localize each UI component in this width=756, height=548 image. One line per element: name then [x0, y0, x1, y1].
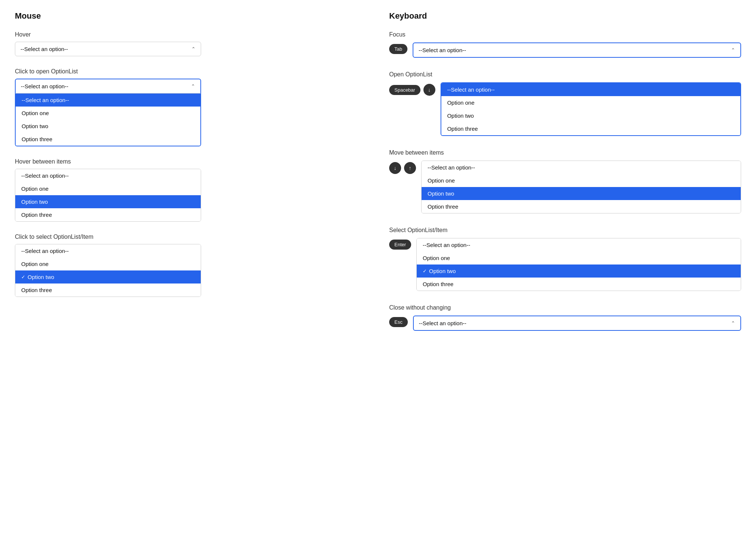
click-open-select[interactable]: --Select an option-- ⌃ — [15, 79, 201, 93]
close-without-select[interactable]: --Select an option-- ⌃ — [413, 316, 741, 331]
hover-select-text: --Select an option-- — [20, 46, 68, 52]
click-open-option-list: --Select an option-- Option one Option t… — [15, 93, 201, 146]
option-item[interactable]: Option three — [441, 122, 740, 135]
chevron-icon: ⌃ — [191, 83, 195, 89]
option-item[interactable]: Option one — [417, 251, 741, 265]
option-item-hovered[interactable]: Option two — [422, 187, 741, 200]
click-open-label: Click to open OptionList — [15, 68, 367, 75]
focus-content: --Select an option-- ⌃ — [413, 42, 741, 58]
option-item[interactable]: Option two — [441, 109, 740, 122]
hover-between-label: Hover between items — [15, 158, 367, 165]
check-icon: ✓ — [423, 268, 427, 274]
arrow-down-key: ↓ — [389, 162, 401, 174]
option-item-selected[interactable]: ✓ Option two — [15, 270, 201, 283]
keyboard-section: Keyboard Focus Tab --Select an option-- … — [389, 11, 741, 344]
close-without-select-text: --Select an option-- — [419, 320, 467, 326]
option-item[interactable]: Option one — [16, 107, 200, 120]
click-open-select-text: --Select an option-- — [21, 83, 69, 89]
move-between-row: ↓ ↑ --Select an option-- Option one Opti… — [389, 161, 741, 213]
select-item-keys: Enter — [389, 238, 411, 250]
option-item[interactable]: --Select an option-- — [417, 238, 741, 251]
option-item[interactable]: Option three — [422, 200, 741, 213]
option-item[interactable]: Option one — [422, 174, 741, 187]
focus-select[interactable]: --Select an option-- ⌃ — [413, 42, 741, 58]
check-icon: ✓ — [21, 274, 25, 280]
chevron-icon: ⌃ — [731, 320, 735, 326]
option-item[interactable]: Option two — [15, 195, 201, 208]
move-between-label: Move between items — [389, 149, 741, 156]
option-text: Option two — [429, 268, 456, 274]
close-without-block: Close without changing Esc --Select an o… — [389, 304, 741, 331]
select-item-list: --Select an option-- Option one ✓ Option… — [416, 238, 741, 291]
esc-key: Esc — [389, 317, 408, 327]
option-item[interactable]: --Select an option-- — [422, 161, 741, 174]
focus-keys: Tab — [389, 42, 407, 54]
hover-block: Hover --Select an option-- ⌃ — [15, 31, 367, 56]
option-item[interactable]: --Select an option-- — [16, 94, 200, 107]
open-option-list-block: Open OptionList Spacebar ↓ --Select an o… — [389, 71, 741, 136]
hover-select[interactable]: --Select an option-- ⌃ — [15, 42, 201, 56]
chevron-icon: ⌃ — [731, 47, 735, 53]
keyboard-title: Keyboard — [389, 11, 741, 21]
select-item-content: --Select an option-- Option one ✓ Option… — [416, 238, 741, 291]
arrow-up-key: ↑ — [404, 162, 416, 174]
click-select-label: Click to select OptionList/Item — [15, 234, 367, 240]
option-item[interactable]: --Select an option-- — [441, 83, 740, 96]
move-keys: ↓ ↑ — [389, 161, 416, 174]
enter-key: Enter — [389, 240, 411, 250]
option-item[interactable]: Option three — [16, 133, 200, 146]
close-without-content: --Select an option-- ⌃ — [413, 316, 741, 331]
click-open-block: Click to open OptionList --Select an opt… — [15, 68, 367, 146]
focus-block: Focus Tab --Select an option-- ⌃ — [389, 31, 741, 58]
move-between-block: Move between items ↓ ↑ --Select an optio… — [389, 149, 741, 213]
click-select-list: --Select an option-- Option one ✓ Option… — [15, 244, 201, 297]
hover-between-block: Hover between items --Select an option--… — [15, 158, 367, 222]
open-option-list-label: Open OptionList — [389, 71, 741, 78]
option-item[interactable]: Option three — [15, 208, 201, 221]
chevron-icon: ⌃ — [191, 46, 196, 52]
close-without-label: Close without changing — [389, 304, 741, 311]
hover-label: Hover — [15, 31, 367, 38]
option-item[interactable]: Option two — [16, 120, 200, 133]
option-text: Option two — [28, 274, 54, 280]
option-item[interactable]: Option one — [441, 96, 740, 109]
close-without-row: Esc --Select an option-- ⌃ — [389, 316, 741, 331]
option-item[interactable]: Option three — [417, 278, 741, 291]
option-item[interactable]: --Select an option-- — [15, 169, 201, 182]
move-between-content: --Select an option-- Option one Option t… — [421, 161, 741, 213]
focus-row: Tab --Select an option-- ⌃ — [389, 42, 741, 58]
select-item-label: Select OptionList/Item — [389, 227, 741, 234]
open-option-list-content: --Select an option-- Option one Option t… — [441, 82, 741, 136]
click-open-wrapper: --Select an option-- ⌃ --Select an optio… — [15, 79, 201, 146]
open-keys: Spacebar ↓ — [389, 82, 435, 96]
move-between-list: --Select an option-- Option one Option t… — [421, 161, 741, 213]
focus-select-text: --Select an option-- — [419, 47, 466, 53]
arrow-down-key: ↓ — [423, 84, 435, 96]
mouse-title: Mouse — [15, 11, 367, 21]
option-item[interactable]: --Select an option-- — [15, 244, 201, 257]
spacebar-key: Spacebar — [389, 85, 420, 95]
hover-between-list: --Select an option-- Option one Option t… — [15, 169, 201, 222]
open-option-list-row: Spacebar ↓ --Select an option-- Option o… — [389, 82, 741, 136]
tab-key: Tab — [389, 44, 407, 54]
click-select-block: Click to select OptionList/Item --Select… — [15, 234, 367, 297]
close-keys: Esc — [389, 316, 408, 327]
option-item[interactable]: Option three — [15, 283, 201, 297]
mouse-section: Mouse Hover --Select an option-- ⌃ Click… — [15, 11, 367, 344]
option-item[interactable]: Option one — [15, 257, 201, 270]
select-item-block: Select OptionList/Item Enter --Select an… — [389, 227, 741, 291]
open-option-list-list: --Select an option-- Option one Option t… — [441, 82, 741, 136]
focus-label: Focus — [389, 31, 741, 38]
select-item-row: Enter --Select an option-- Option one ✓ … — [389, 238, 741, 291]
option-item-selected[interactable]: ✓ Option two — [417, 265, 741, 278]
option-item[interactable]: Option one — [15, 182, 201, 195]
